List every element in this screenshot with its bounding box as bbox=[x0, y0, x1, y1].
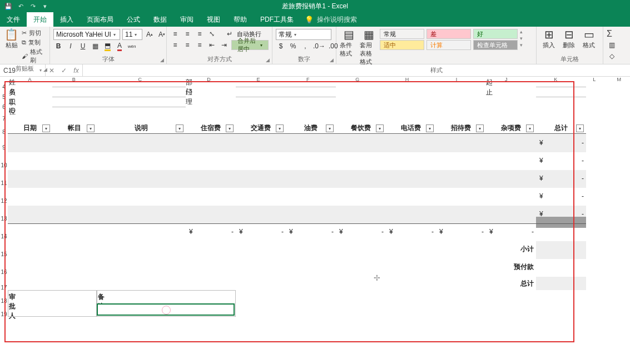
enter-formula-icon[interactable]: ✓ bbox=[58, 67, 70, 74]
row-header[interactable]: 12 bbox=[0, 192, 8, 210]
tab-data[interactable]: 数据 bbox=[147, 12, 173, 27]
delete-cells-button[interactable]: ⊟删除 bbox=[560, 29, 578, 49]
tab-view[interactable]: 视图 bbox=[200, 12, 227, 27]
filter-button[interactable]: ▾ bbox=[176, 124, 183, 132]
autosum-icon[interactable]: Σ bbox=[607, 29, 612, 39]
tell-me[interactable]: 💡 操作说明搜索 bbox=[305, 12, 357, 27]
row-header[interactable]: 5 bbox=[0, 92, 8, 102]
styles-more-icon[interactable]: ▾ bbox=[520, 42, 523, 48]
row-header[interactable]: 10 bbox=[0, 157, 8, 174]
clear-icon[interactable]: ◇ bbox=[607, 51, 617, 61]
row-header[interactable]: 4 bbox=[0, 82, 8, 92]
row-header[interactable]: 13 bbox=[0, 210, 8, 228]
number-format-select[interactable]: 常规▾ bbox=[276, 29, 331, 40]
dialog-launcher-icon[interactable]: ◢ bbox=[266, 57, 270, 63]
accounting-format-icon[interactable]: $ bbox=[276, 41, 286, 51]
align-middle-icon[interactable]: ≡ bbox=[182, 29, 192, 39]
col-header[interactable]: B bbox=[52, 77, 96, 82]
fx-icon[interactable]: fx bbox=[70, 67, 82, 74]
tab-layout[interactable]: 页面布局 bbox=[80, 12, 120, 27]
filter-button[interactable]: ▾ bbox=[87, 124, 95, 132]
style-check[interactable]: 检查单元格 bbox=[473, 40, 518, 50]
style-good[interactable]: 好 bbox=[473, 29, 518, 39]
decrease-indent-icon[interactable]: ⇤ bbox=[207, 40, 217, 50]
filter-button[interactable]: ▾ bbox=[476, 124, 484, 132]
italic-button[interactable]: I bbox=[66, 41, 76, 51]
wrap-text-button[interactable]: ↵ bbox=[225, 29, 235, 39]
col-header[interactable]: K bbox=[531, 77, 581, 82]
row-header[interactable]: 11 bbox=[0, 174, 8, 192]
dialog-launcher-icon[interactable]: ◢ bbox=[160, 57, 164, 63]
styles-scroll-down-icon[interactable]: ▾ bbox=[520, 36, 523, 41]
qat-more-icon[interactable]: ▾ bbox=[41, 2, 49, 10]
tab-file[interactable]: 文件 bbox=[0, 12, 27, 27]
increase-font-icon[interactable]: A▴ bbox=[145, 29, 155, 39]
undo-icon[interactable]: ↶ bbox=[17, 2, 24, 10]
insert-cells-button[interactable]: ⊞插入 bbox=[540, 29, 558, 49]
comma-format-icon[interactable]: , bbox=[300, 41, 310, 51]
align-left-icon[interactable]: ≡ bbox=[170, 40, 180, 50]
filter-button[interactable]: ▾ bbox=[326, 124, 334, 132]
fill-icon[interactable]: ▥ bbox=[607, 40, 617, 50]
filter-button[interactable]: ▾ bbox=[576, 124, 584, 132]
save-icon[interactable]: 💾 bbox=[4, 2, 12, 10]
phonetic-button[interactable]: wén bbox=[127, 41, 137, 51]
row-header[interactable]: 6 bbox=[0, 102, 8, 112]
filter-button[interactable]: ▾ bbox=[42, 124, 50, 132]
tab-pdf[interactable]: PDF工具集 bbox=[254, 12, 300, 27]
filter-button[interactable]: ▾ bbox=[376, 124, 384, 132]
tab-review[interactable]: 审阅 bbox=[173, 12, 200, 27]
border-button[interactable]: ▦ bbox=[90, 41, 100, 51]
increase-decimal-icon[interactable]: .0→ bbox=[312, 41, 326, 51]
align-top-icon[interactable]: ≡ bbox=[170, 29, 180, 39]
format-as-table-button[interactable]: ▦套用表格格式 bbox=[360, 29, 378, 66]
format-cells-button[interactable]: ▭格式 bbox=[580, 29, 598, 49]
align-bottom-icon[interactable]: ≡ bbox=[195, 29, 205, 39]
increase-indent-icon[interactable]: ⇥ bbox=[219, 40, 229, 50]
tab-formulas[interactable]: 公式 bbox=[120, 12, 147, 27]
row-header[interactable]: 7 bbox=[0, 112, 8, 126]
font-color-button[interactable]: A bbox=[115, 41, 125, 51]
col-header[interactable]: E bbox=[234, 77, 283, 82]
row-header[interactable]: 9 bbox=[0, 139, 8, 157]
col-header[interactable]: M bbox=[608, 77, 630, 82]
cut-button[interactable]: ✂剪切 bbox=[22, 29, 46, 37]
fill-color-button[interactable]: ⬒ bbox=[102, 41, 112, 51]
row-header[interactable]: 14 bbox=[0, 228, 8, 246]
align-right-icon[interactable]: ≡ bbox=[195, 40, 205, 50]
col-header[interactable]: H bbox=[382, 77, 431, 82]
col-header[interactable]: L bbox=[581, 77, 608, 82]
row-header[interactable]: 8 bbox=[0, 126, 8, 139]
paste-button[interactable]: 📋 粘贴 bbox=[3, 29, 19, 49]
style-calc[interactable]: 计算 bbox=[426, 40, 471, 50]
row-header[interactable]: 15 bbox=[0, 246, 8, 263]
row-header[interactable]: 18 bbox=[0, 295, 8, 308]
dialog-launcher-icon[interactable]: ◢ bbox=[43, 67, 47, 72]
redo-icon[interactable]: ↷ bbox=[29, 2, 37, 10]
cancel-formula-icon[interactable]: ✕ bbox=[46, 67, 58, 74]
col-header[interactable]: C bbox=[96, 77, 183, 82]
tab-home[interactable]: 开始 bbox=[27, 12, 53, 27]
style-bad[interactable]: 差 bbox=[426, 29, 471, 39]
dialog-launcher-icon[interactable]: ◢ bbox=[330, 57, 334, 63]
bold-button[interactable]: B bbox=[53, 41, 63, 51]
underline-button[interactable]: U bbox=[78, 41, 88, 51]
filter-button[interactable]: ▾ bbox=[226, 124, 234, 132]
styles-scroll-up-icon[interactable]: ▴ bbox=[520, 29, 523, 34]
style-neutral[interactable]: 适中 bbox=[380, 40, 424, 50]
row-header[interactable]: 16 bbox=[0, 263, 8, 281]
format-painter-button[interactable]: 🖌格式刷 bbox=[22, 48, 46, 64]
col-header[interactable]: G bbox=[333, 77, 382, 82]
font-name-select[interactable]: Microsoft YaHei UI▾ bbox=[53, 29, 120, 40]
copy-button[interactable]: ⧉复制 bbox=[22, 38, 46, 47]
merge-center-button[interactable]: 合并后居中 ▾ bbox=[231, 40, 269, 50]
filter-button[interactable]: ▾ bbox=[426, 124, 434, 132]
tab-insert[interactable]: 插入 bbox=[53, 12, 80, 27]
col-header[interactable]: I bbox=[432, 77, 482, 82]
filter-button[interactable]: ▾ bbox=[276, 124, 284, 132]
filter-button[interactable]: ▾ bbox=[526, 124, 534, 132]
tab-help[interactable]: 帮助 bbox=[227, 12, 254, 27]
worksheet-grid[interactable]: ABCDEFGHIJKLM 45678910111213141516171819… bbox=[0, 77, 630, 364]
conditional-format-button[interactable]: ▤条件格式 bbox=[340, 29, 358, 58]
percent-format-icon[interactable]: % bbox=[288, 41, 298, 51]
